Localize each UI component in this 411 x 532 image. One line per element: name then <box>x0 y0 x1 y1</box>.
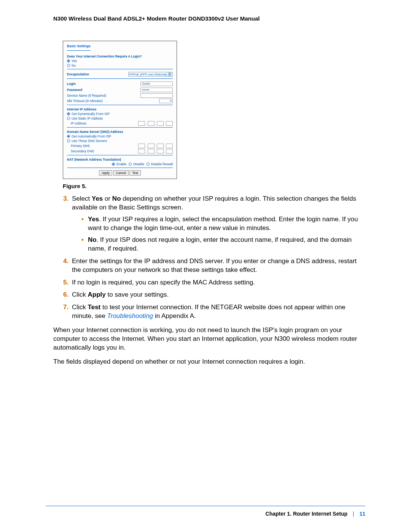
divider <box>67 105 173 105</box>
radio-label: Enable <box>116 162 126 166</box>
test-button[interactable]: Test <box>129 170 141 176</box>
radio-label: Use Static IP Address <box>72 117 103 120</box>
radio-icon <box>67 112 70 115</box>
step-3: Select Yes or No depending on whether yo… <box>70 195 365 253</box>
footer-page-number: 11 <box>359 511 365 517</box>
radio-nat-enable[interactable]: Enable <box>112 162 126 166</box>
panel-title: Basic Settings <box>67 44 91 51</box>
radio-use-static[interactable]: Use Static IP Address <box>67 117 173 120</box>
label-login: Login <box>67 82 76 86</box>
label-password: Password <box>67 88 82 92</box>
step-4: Enter the settings for the IP address an… <box>70 257 365 275</box>
paragraph-connection-working: When your Internet connection is working… <box>53 326 365 352</box>
divider <box>67 78 173 79</box>
cancel-button[interactable]: Cancel <box>113 170 129 176</box>
label-encapsulation: Encapsulation <box>67 72 89 76</box>
radio-label: Use These DNS Servers <box>72 139 107 143</box>
radio-dns-auto[interactable]: Get Automatically From ISP <box>67 134 173 138</box>
divider <box>67 69 173 69</box>
radio-get-dynamic[interactable]: Get Dynamically From ISP <box>67 112 173 116</box>
radio-icon <box>67 139 70 142</box>
radio-icon <box>67 59 70 62</box>
divider <box>67 155 173 155</box>
input-secondary-dns[interactable]: . . . <box>138 149 173 153</box>
radio-login-no[interactable]: No <box>67 64 173 67</box>
input-password[interactable]: ••••••• <box>140 88 173 92</box>
chevron-down-icon: ▾ <box>168 72 172 76</box>
label-require-login: Does Your Internet Connection Require A … <box>67 54 173 58</box>
footer-separator: | <box>353 511 354 517</box>
label-ip-address: IP Address <box>71 121 86 125</box>
figure-basic-settings-panel: Basic Settings Does Your Internet Connec… <box>63 41 177 179</box>
radio-nat-disable-firewall[interactable]: Disable firewall <box>147 162 173 166</box>
radio-label: No <box>72 64 76 67</box>
label-service-name: Service Name (If Required) <box>67 94 106 97</box>
paragraph-fields-depend: The fields displayed depend on whether o… <box>53 358 365 366</box>
radio-label: Yes <box>72 59 77 63</box>
select-value: PPPoE (PPP over Ethernet) <box>129 73 167 76</box>
radio-label: Get Automatically From ISP <box>72 134 111 138</box>
footer-chapter: Chapter 1. Router Internet Setup <box>266 511 347 517</box>
document-header-title: N300 Wireless Dual Band ADSL2+ Modem Rou… <box>53 15 365 22</box>
input-login[interactable]: Guest <box>140 81 173 86</box>
label-nat: NAT (Network Address Translation) <box>67 158 173 161</box>
select-encapsulation[interactable]: PPPoE (PPP over Ethernet) ▾ <box>128 72 173 77</box>
input-service-name[interactable] <box>140 93 173 98</box>
link-troubleshooting[interactable]: Troubleshooting <box>107 312 153 320</box>
radio-icon <box>112 163 115 166</box>
radio-nat-disable[interactable]: Disable <box>129 162 144 166</box>
divider <box>67 127 173 128</box>
step-7: Click Test to test your Internet connect… <box>70 303 365 321</box>
step-6: Click Apply to save your settings. <box>70 291 365 299</box>
divider <box>67 168 173 168</box>
input-idle-timeout[interactable]: 0 <box>159 99 173 103</box>
figure-caption: Figure 5. <box>63 183 365 189</box>
input-ip-address[interactable]: . . . <box>138 121 173 126</box>
label-internet-ip: Internet IP Address <box>67 107 173 111</box>
radio-label: Disable <box>133 162 144 166</box>
label-secondary-dns: Secondary DNS <box>71 149 94 153</box>
radio-icon <box>147 163 150 166</box>
label-primary-dns: Primary DNS <box>71 144 90 148</box>
page-footer: Chapter 1. Router Internet Setup | 11 <box>46 506 365 517</box>
apply-button[interactable]: Apply <box>99 170 112 176</box>
step-5: If no login is required, you can specify… <box>70 278 365 287</box>
radio-label: Get Dynamically From ISP <box>72 112 110 116</box>
radio-icon <box>129 163 132 166</box>
radio-icon <box>67 135 70 138</box>
step-3-bullet-no: No. If your ISP does not require a login… <box>83 236 365 253</box>
radio-login-yes[interactable]: Yes <box>67 59 173 63</box>
radio-icon <box>67 64 70 67</box>
step-3-bullet-yes: Yes. If your ISP requires a login, selec… <box>83 215 365 233</box>
radio-dns-manual[interactable]: Use These DNS Servers <box>67 139 173 143</box>
label-dns: Domain Name Server (DNS) Address <box>67 130 173 134</box>
radio-icon <box>67 117 70 120</box>
input-primary-dns[interactable]: . . . <box>138 144 173 148</box>
radio-label: Disable firewall <box>151 162 173 166</box>
label-idle-timeout: Idle Timeout (In Minutes) <box>67 99 103 103</box>
